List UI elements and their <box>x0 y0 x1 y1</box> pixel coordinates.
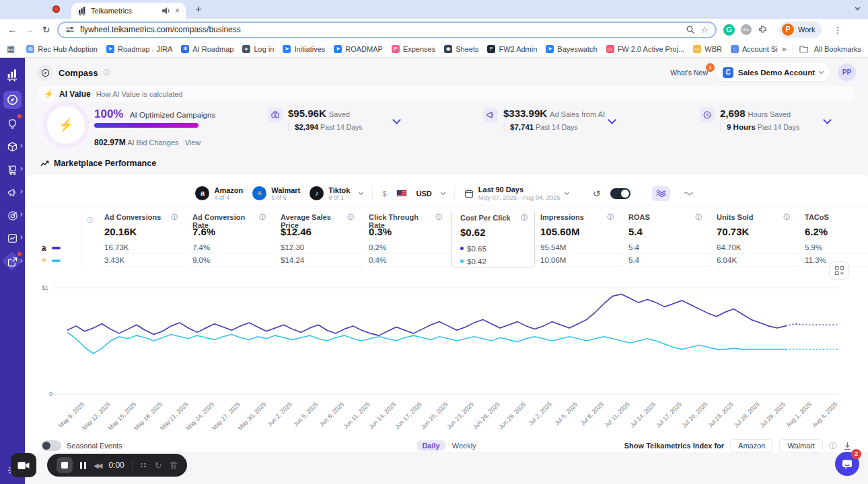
bookmark-item[interactable]: ➤Initiatives <box>283 45 325 53</box>
flywheel-logo-icon <box>6 69 19 81</box>
metric-column-click-through-rate[interactable]: Click Through Rateⓘ0.3%0.2%0.4% <box>363 212 451 268</box>
download-icon[interactable] <box>843 442 852 450</box>
weekly-tab[interactable]: Weekly <box>452 442 476 450</box>
bookmark-item[interactable]: ➤ROADMAP <box>334 45 383 53</box>
bookmark-item[interactable]: PExpenses <box>392 45 435 53</box>
chart-report-icon <box>7 233 17 243</box>
info-icon[interactable]: ⓘ <box>696 213 702 222</box>
site-settings-icon[interactable] <box>65 25 75 34</box>
bookmark-item[interactable]: ▸Log in <box>242 45 274 53</box>
bookmark-item[interactable]: FFW2 Admin <box>487 45 537 53</box>
info-icon[interactable]: ⓘ <box>521 214 528 223</box>
metric-column-units-sold[interactable]: Units Soldⓘ70.73K64.70K6.04K <box>711 212 799 268</box>
series-line-amazon[interactable] <box>67 294 786 336</box>
bookmark-item[interactable]: ▭FW 2.0 Active Proj... <box>606 45 685 53</box>
seasonal-events-toggle[interactable] <box>41 440 61 451</box>
chevron-down-icon[interactable] <box>359 190 363 194</box>
tab-close-icon[interactable]: × <box>175 6 180 15</box>
reload-button[interactable]: ↻ <box>38 24 55 35</box>
bookmark-item[interactable]: ◍Rec Hub Adoption <box>26 45 98 53</box>
chevron-down-icon[interactable] <box>392 116 401 124</box>
trash-icon[interactable] <box>170 461 178 470</box>
apps-grid-icon[interactable]: ▦ <box>7 44 15 54</box>
series-line-walmart[interactable] <box>67 332 786 354</box>
bookmark-item[interactable]: ✻AI Roadmap <box>181 45 233 53</box>
history-icon[interactable]: ↺ <box>593 188 601 199</box>
browser-menu-icon[interactable]: ⋮ <box>833 25 842 35</box>
extensions-puzzle-icon[interactable] <box>758 25 768 35</box>
channel-amazon[interactable]: a Amazon4 of 4 <box>195 186 243 201</box>
sidebar-item-goals[interactable] <box>3 206 22 225</box>
bookmark-item[interactable]: ➤Roadmap - JIRA <box>106 45 172 53</box>
pause-recording-button[interactable] <box>80 462 86 469</box>
sidebar-item-reports[interactable] <box>3 229 22 247</box>
channel-tiktok[interactable]: ♪ Tiktok0 of 1 <box>310 186 350 201</box>
user-avatar[interactable]: PP <box>838 63 856 81</box>
bookmark-star-icon[interactable]: ☆ <box>700 25 709 35</box>
metric-column-ad-conversion-rate[interactable]: Ad Conversion Rateⓘ7.6%7.4%9.0% <box>187 212 275 268</box>
url-text[interactable]: flywheel.teikametrics.com/compass/busine… <box>80 25 680 34</box>
date-range-picker[interactable]: Last 90 DaysMay 07, 2025 - Aug 04, 2025 <box>464 186 569 201</box>
currency-code[interactable]: USD <box>417 190 432 198</box>
view-link[interactable]: View <box>185 138 201 147</box>
rewind-button[interactable]: ◀◀ <box>94 462 101 469</box>
info-icon[interactable]: ⓘ <box>436 213 443 222</box>
info-icon[interactable]: ⓘ <box>172 213 178 222</box>
restart-recording-icon[interactable]: ↻ <box>155 460 162 471</box>
sidebar-item-inventory[interactable] <box>3 161 22 179</box>
ai-value-subtitle-link[interactable]: How AI Value is calculated <box>96 90 183 98</box>
screen-recorder-button[interactable] <box>11 453 36 477</box>
back-button[interactable]: ← <box>4 24 21 35</box>
new-tab-button[interactable]: + <box>191 2 206 17</box>
chevron-down-icon[interactable] <box>608 116 616 124</box>
tab-audio-icon[interactable] <box>161 6 171 15</box>
info-icon[interactable]: ⓘ <box>829 440 837 452</box>
browser-tab[interactable]: Teikametrics × <box>71 3 186 19</box>
metric-column-average-sales-price[interactable]: Average Sales Priceⓘ$12.46$12.30$14.24 <box>275 212 363 268</box>
account-selector[interactable]: C Sales Demo Account <box>716 63 830 81</box>
search-icon[interactable] <box>686 25 695 34</box>
index-amazon-button[interactable]: Amazon <box>730 439 773 452</box>
info-icon[interactable]: ⓘ <box>104 68 110 77</box>
metric-column-roas[interactable]: ROASⓘ5.45.45.4 <box>623 212 711 268</box>
chat-widget-button[interactable]: 2 <box>835 452 859 476</box>
metric-column-impressions[interactable]: Impressionsⓘ105.60M95.54M10.06M <box>535 212 623 268</box>
bookmark-item[interactable]: ▭WBR <box>693 45 722 53</box>
compare-toggle[interactable] <box>610 188 630 199</box>
info-icon[interactable]: ⓘ <box>87 216 94 224</box>
privacy-extension-icon[interactable]: 🗝 <box>741 24 752 35</box>
all-bookmarks-label[interactable]: All Bookmarks <box>814 45 861 53</box>
channel-walmart[interactable]: ✳ Walmart5 of 5 <box>252 186 300 201</box>
info-icon[interactable]: ⓘ <box>784 213 791 222</box>
forward-button[interactable]: → <box>21 24 38 35</box>
sidebar-item-catalog[interactable] <box>3 138 22 156</box>
sidebar-item-insights[interactable] <box>3 115 22 133</box>
cpc-chart[interactable]: $10May 9, 2025May 12, 2025May 15, 2025Ma… <box>25 276 868 438</box>
url-bar[interactable]: flywheel.teikametrics.com/compass/busine… <box>57 22 717 38</box>
sidebar-item-flywheel-logo[interactable] <box>3 66 22 84</box>
tab-search-chevron-icon[interactable] <box>855 5 861 11</box>
chevron-down-icon[interactable] <box>823 116 832 124</box>
info-icon[interactable]: ⓘ <box>348 213 355 222</box>
whats-new-link[interactable]: What's New1 <box>670 69 708 77</box>
sidebar-item-actions[interactable] <box>3 253 22 271</box>
info-icon[interactable]: ⓘ <box>608 213 614 222</box>
sidebar-item-compass[interactable] <box>3 91 22 109</box>
grammarly-extension-icon[interactable]: G <box>723 24 735 36</box>
bookmarks-overflow-icon[interactable]: » <box>782 44 787 54</box>
index-walmart-button[interactable]: Walmart <box>779 439 823 452</box>
bookmark-item[interactable]: ◉Sheets <box>444 45 478 53</box>
sidebar-item-advertising[interactable] <box>3 184 22 202</box>
multi-line-chart-button[interactable] <box>652 186 670 201</box>
daily-tab[interactable]: Daily <box>417 440 445 451</box>
metric-column-tacos[interactable]: TACoSⓘ6.2%5.9%11.3% <box>799 212 868 268</box>
single-line-chart-button[interactable] <box>680 186 698 201</box>
info-icon[interactable]: ⓘ <box>260 213 266 222</box>
metric-column-cost-per-click[interactable]: Cost Per Clickⓘ$0.62$0.65$0.42 <box>451 212 535 268</box>
chevron-down-icon[interactable] <box>441 190 445 194</box>
bookmark-item[interactable]: ➤Bayeswatch <box>546 45 597 53</box>
stop-recording-button[interactable] <box>57 457 73 473</box>
drag-handle-icon[interactable] <box>140 462 147 468</box>
metric-column-ad-conversions[interactable]: Ad Conversionsⓘ20.16K16.73K3.43K <box>99 212 187 268</box>
browser-profile-chip[interactable]: P Work <box>779 22 822 38</box>
